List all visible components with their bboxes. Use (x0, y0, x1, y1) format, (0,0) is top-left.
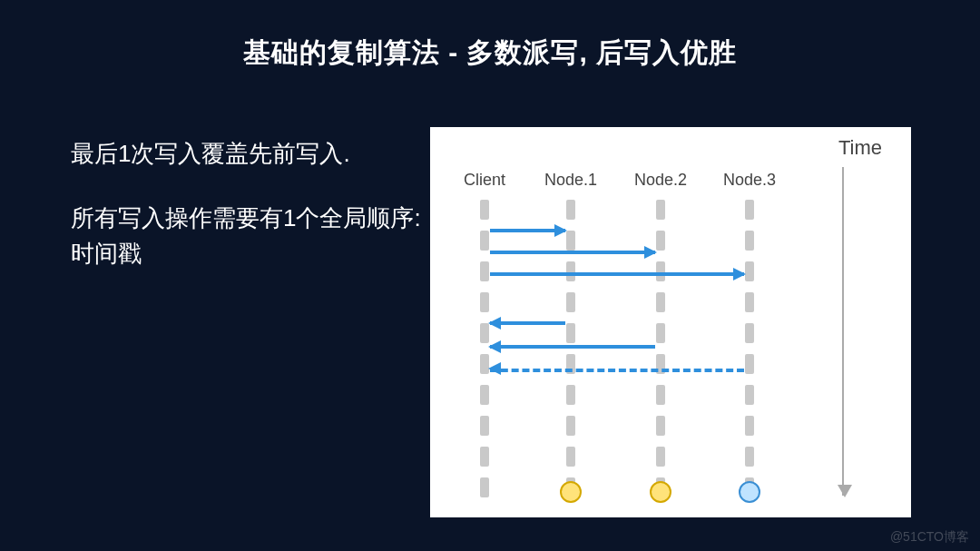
slide-body: 最后1次写入覆盖先前写入. 所有写入操作需要有1个全局顺序: 时间戳 (71, 136, 421, 271)
time-label: Time (838, 136, 882, 160)
col-label-2: Node.2 (634, 171, 687, 190)
col-label-3: Node.3 (723, 171, 776, 190)
time-axis-arrow (842, 167, 844, 496)
body-line-2a: 所有写入操作需要有1个全局顺序: (71, 201, 421, 236)
arrow-0 (490, 229, 565, 232)
arrow-5 (490, 369, 744, 372)
lifeline-3 (745, 200, 754, 508)
arrow-1 (490, 251, 655, 254)
timeline-diagram: Time ClientNode.1Node.2Node.3 (430, 127, 911, 517)
slide-title: 基础的复制算法 - 多数派写, 后写入优胜 (0, 0, 980, 72)
arrow-3 (490, 321, 565, 325)
watermark: @51CTO博客 (890, 529, 969, 546)
marker-1 (650, 481, 671, 503)
arrow-4 (490, 345, 655, 349)
marker-0 (560, 481, 582, 503)
lifeline-1 (566, 200, 575, 508)
body-line-2b: 时间戳 (71, 236, 421, 271)
lifeline-2 (656, 200, 665, 508)
arrow-2 (490, 272, 744, 276)
lifeline-0 (480, 200, 489, 508)
body-line-1: 最后1次写入覆盖先前写入. (71, 136, 421, 172)
col-label-0: Client (464, 171, 505, 190)
marker-2 (739, 481, 760, 503)
col-label-1: Node.1 (544, 171, 597, 190)
